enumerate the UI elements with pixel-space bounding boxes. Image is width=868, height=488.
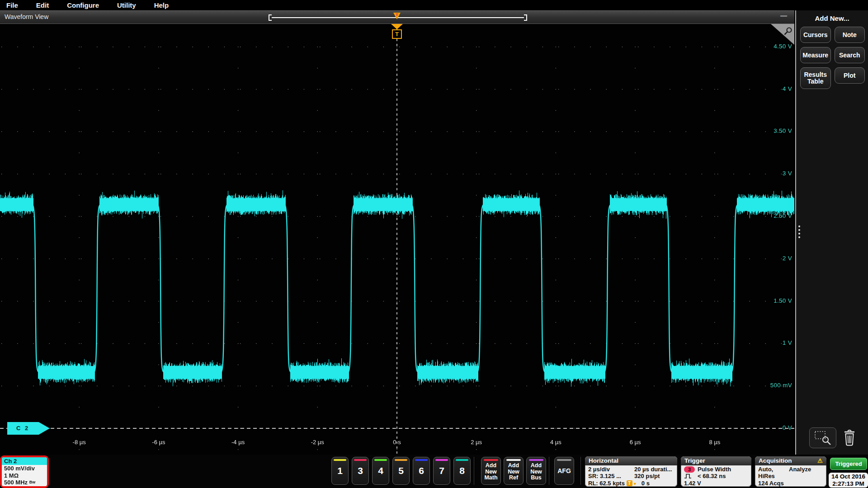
caret-down-icon: ▼ <box>633 481 637 487</box>
y-axis-label: 3 V <box>754 170 792 177</box>
channel-color-stripe <box>334 459 346 461</box>
panel-drag-handle[interactable] <box>798 225 800 238</box>
sidebar-button-note[interactable]: Note <box>835 27 865 43</box>
sidebar-button-plot[interactable]: Plot <box>835 67 865 84</box>
x-axis-label: -2 µs <box>302 439 333 446</box>
trigger-position-icon: T <box>627 480 632 486</box>
add-new-ref-button[interactable]: AddNewRef <box>504 457 524 485</box>
trigger-level: 1.42 V <box>684 480 701 487</box>
channel-button-5[interactable]: 5 <box>392 457 410 485</box>
horizontal-scale: 2 µs/div <box>588 466 634 473</box>
magnifier-icon <box>783 27 793 38</box>
date-text: 14 Oct 2016 <box>829 473 868 480</box>
sidebar-button-measure[interactable]: Measure <box>800 47 831 63</box>
button-color-stripe <box>506 459 521 461</box>
menu-item-help[interactable]: Help <box>154 1 169 9</box>
horizontal-record-length: RL: 62.5 kpts <box>588 480 625 487</box>
sidebar-button-results-table[interactable]: Results Table <box>800 67 831 89</box>
channel2-impedance: 1 MΩ <box>2 472 47 479</box>
divider <box>580 457 581 485</box>
waveform-canvas[interactable] <box>0 24 794 455</box>
x-axis-label: -6 µs <box>143 439 175 446</box>
menu-item-file[interactable]: File <box>6 1 18 9</box>
trigger-source-badge: 3 <box>684 466 695 473</box>
zoom-mode-button[interactable] <box>809 427 836 448</box>
waveform-view-title: Waveform View <box>5 13 48 20</box>
trigger-position-flag-icon[interactable]: T <box>392 12 401 22</box>
channel-button-3[interactable]: 3 <box>352 457 369 485</box>
bandwidth-limit-badge: Bw <box>29 480 36 484</box>
zoom-box-icon <box>813 430 832 446</box>
horizontal-duration: 20 µs durati... <box>634 466 672 473</box>
y-axis-label: 3.50 V <box>754 127 792 134</box>
channel-color-stripe <box>415 459 428 461</box>
channel-color-stripe <box>354 459 367 461</box>
menu-item-configure[interactable]: Configure <box>67 1 99 9</box>
afg-button[interactable]: AFG <box>554 457 574 485</box>
x-axis-label: 6 µs <box>619 439 651 446</box>
channel2-scale: 500 mV/div <box>2 465 47 472</box>
acquisition-mode: Auto, <box>758 466 789 473</box>
triggered-status-badge: Triggered <box>830 458 867 470</box>
divider <box>474 457 474 485</box>
add-new-math-button[interactable]: AddNewMath <box>481 457 501 485</box>
minimize-button[interactable]: — <box>780 12 787 19</box>
trigger-position-marker[interactable]: T <box>391 24 403 39</box>
acquisition-count: 124 Acqs <box>758 480 784 487</box>
add-new-panel: Add New... CursorsNoteMeasureSearchResul… <box>795 10 868 455</box>
x-axis-label: 0 s <box>381 439 413 446</box>
channel-button-1[interactable]: 1 <box>331 457 349 485</box>
x-axis-label: 4 µs <box>540 439 571 446</box>
svg-text:T: T <box>396 13 398 17</box>
horizontal-panel[interactable]: Horizontal 2 µs/div 20 µs durati... SR: … <box>585 456 677 487</box>
pulse-width-icon <box>684 473 698 479</box>
waveform-plot[interactable]: 4.50 V4 V3.50 V3 V2.50 V2 V1.50 V1 V500 … <box>0 24 794 455</box>
sidebar-button-cursors[interactable]: Cursors <box>800 27 831 43</box>
horizontal-position: 0 s <box>642 480 650 487</box>
waveform-view-window: Waveform View T — 4.50 V4 V3.50 V3 V2.50… <box>0 10 794 455</box>
sidebar-button-search[interactable]: Search <box>835 47 865 63</box>
y-axis-label: 500 mV <box>754 382 792 389</box>
x-axis-label: 8 µs <box>699 439 731 446</box>
y-axis-label: 2.50 V <box>754 212 792 219</box>
acquisition-panel[interactable]: Acquisition ⚠ Auto, Analyze HiRes 124 Ac… <box>755 456 826 487</box>
button-color-stripe <box>484 459 498 461</box>
track-right-bracket <box>524 14 527 21</box>
y-axis-label: 2 V <box>754 255 792 262</box>
trigger-triangle-icon <box>391 24 403 29</box>
bottom-settings-bar: Ch 2 500 mV/div 1 MΩ 500 MHz Bw 1345678 … <box>0 455 868 488</box>
x-axis-label: -8 µs <box>63 439 95 446</box>
channel-color-stripe <box>395 459 407 461</box>
acquisition-type: HiRes <box>758 473 775 479</box>
trigger-t-badge: T <box>392 29 402 39</box>
add-new-bus-button[interactable]: AddNewBus <box>526 457 546 485</box>
x-axis-label: -4 µs <box>222 439 254 446</box>
channel-button-6[interactable]: 6 <box>413 457 430 485</box>
menu-item-edit[interactable]: Edit <box>36 1 49 9</box>
channel2-bandwidth: 500 MHz Bw <box>2 479 47 486</box>
channel-button-7[interactable]: 7 <box>433 457 450 485</box>
trigger-type: Pulse Width <box>698 466 731 473</box>
channel-button-8[interactable]: 8 <box>453 457 471 485</box>
acquisition-panel-title: Acquisition <box>759 456 792 465</box>
menu-item-utility[interactable]: Utility <box>117 1 136 9</box>
y-axis-label: 0 V <box>754 424 792 431</box>
channel-button-4[interactable]: 4 <box>372 457 389 485</box>
add-new-title: Add New... <box>796 14 868 22</box>
trash-icon[interactable] <box>842 429 857 448</box>
y-axis-label: 1 V <box>754 339 792 346</box>
trigger-panel[interactable]: Trigger 3 Pulse Width < 68.32 ns 1.42 V <box>681 456 751 487</box>
y-axis-label: 4 V <box>754 85 792 92</box>
time-text: 2:27:13 PM <box>829 480 868 488</box>
button-color-stripe <box>529 459 543 461</box>
divider <box>549 457 549 485</box>
datetime-display: 14 Oct 2016 2:27:13 PM <box>829 473 868 488</box>
channel-color-stripe <box>435 459 448 461</box>
horizontal-sample-rate: SR: 3.125 ... <box>588 473 634 479</box>
channel2-badge-name: Ch 2 <box>2 457 47 465</box>
trigger-condition: < 68.32 ns <box>698 473 726 479</box>
horizontal-resolution: 320 ps/pt <box>634 473 660 479</box>
channel2-badge[interactable]: Ch 2 500 mV/div 1 MΩ 500 MHz Bw <box>2 457 47 486</box>
afg-color-stripe <box>557 459 571 461</box>
channel-color-stripe <box>456 459 468 461</box>
